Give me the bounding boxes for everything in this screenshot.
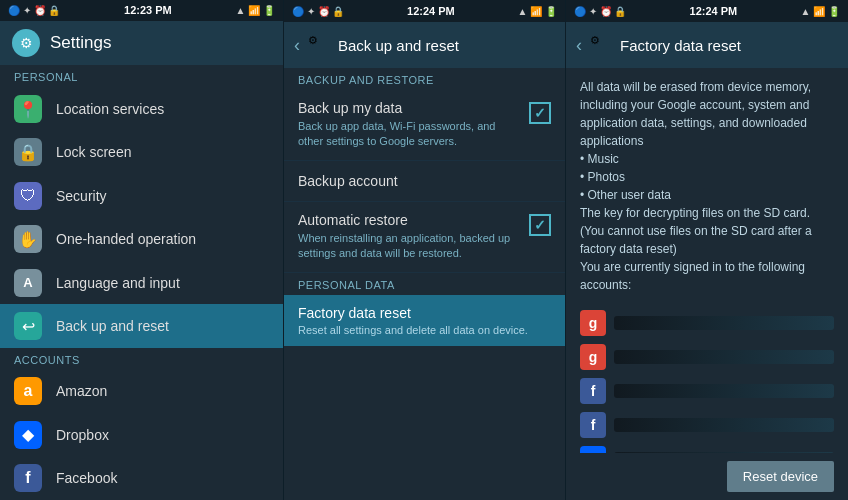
status-icons-right: ▲ 📶 🔋	[236, 5, 275, 16]
security-label: Security	[56, 188, 107, 204]
status-icons-right-left: 🔵 ✦ ⏰ 🔒	[574, 6, 626, 17]
auto-restore-subtitle: When reinstalling an application, backed…	[298, 231, 521, 262]
account-email-3	[614, 384, 834, 398]
facebook-icon: f	[14, 464, 42, 492]
right-panel: 🔵 ✦ ⏰ 🔒 12:24 PM ▲ 📶 🔋 ‹ ⚙ Factory data …	[566, 0, 848, 500]
backup-data-title: Back up my data	[298, 100, 521, 116]
auto-restore-checkbox[interactable]	[529, 214, 551, 236]
sidebar-item-amazon[interactable]: a Amazon	[0, 370, 283, 413]
accounts-list: g g f f ◆	[580, 306, 834, 453]
one-handed-label: One-handed operation	[56, 231, 196, 247]
personal-data-label: Personal data	[284, 273, 565, 295]
backup-gear-icon: ⚙	[308, 34, 330, 56]
time-left: 12:23 PM	[124, 4, 172, 16]
facebook-icon-1: f	[580, 378, 606, 404]
amazon-label: Amazon	[56, 383, 107, 399]
time-middle: 12:24 PM	[407, 5, 455, 17]
backup-data-checkbox[interactable]	[529, 102, 551, 124]
auto-restore-title: Automatic restore	[298, 212, 521, 228]
status-bar-middle: 🔵 ✦ ⏰ 🔒 12:24 PM ▲ 📶 🔋	[284, 0, 565, 22]
status-bar-right: 🔵 ✦ ⏰ 🔒 12:24 PM ▲ 📶 🔋	[566, 0, 848, 22]
language-icon: A	[14, 269, 42, 297]
sidebar-item-backup[interactable]: ↩ Back up and reset	[0, 304, 283, 347]
status-icons-left: 🔵 ✦ ⏰ 🔒	[8, 5, 60, 16]
location-label: Location services	[56, 101, 164, 117]
location-icon: 📍	[14, 95, 42, 123]
factory-reset-title: Factory data reset	[298, 305, 551, 321]
status-icons-right-right: ▲ 📶 🔋	[801, 6, 840, 17]
sidebar-item-location[interactable]: 📍 Location services	[0, 87, 283, 130]
left-panel-header: ⚙ Settings	[0, 21, 283, 65]
account-item-google-1: g	[580, 306, 834, 340]
sidebar-item-language[interactable]: A Language and input	[0, 261, 283, 304]
factory-reset-content: All data will be erased from device memo…	[566, 68, 848, 453]
factory-gear-icon: ⚙	[590, 34, 612, 56]
settings-title: Settings	[50, 33, 111, 53]
factory-reset-subtitle: Reset all settings and delete all data o…	[298, 324, 551, 336]
backup-data-subtitle: Back up app data, Wi-Fi passwords, and o…	[298, 119, 521, 150]
backup-account-item[interactable]: Backup account	[284, 161, 565, 202]
back-button-middle[interactable]: ‹	[294, 35, 300, 56]
sidebar-item-lock-screen[interactable]: 🔒 Lock screen	[0, 131, 283, 174]
account-email-2	[614, 350, 834, 364]
facebook-icon-2: f	[580, 412, 606, 438]
backup-icon: ↩	[14, 312, 42, 340]
backup-restore-label: Backup and restore	[284, 68, 565, 90]
status-bar-left: 🔵 ✦ ⏰ 🔒 12:23 PM ▲ 📶 🔋	[0, 0, 283, 21]
left-panel: 🔵 ✦ ⏰ 🔒 12:23 PM ▲ 📶 🔋 ⚙ Settings Person…	[0, 0, 284, 500]
automatic-restore-item[interactable]: Automatic restore When reinstalling an a…	[284, 202, 565, 273]
middle-panel: 🔵 ✦ ⏰ 🔒 12:24 PM ▲ 📶 🔋 ‹ ⚙ Back up and r…	[284, 0, 566, 500]
google-icon-1: g	[580, 310, 606, 336]
dropbox-icon: ◆	[14, 421, 42, 449]
lock-screen-label: Lock screen	[56, 144, 131, 160]
backup-reset-title: Back up and reset	[338, 37, 459, 54]
sidebar-item-security[interactable]: 🛡 Security	[0, 174, 283, 217]
sidebar-item-dropbox[interactable]: ◆ Dropbox	[0, 413, 283, 456]
facebook-label: Facebook	[56, 470, 117, 486]
status-icons-mid-left: 🔵 ✦ ⏰ 🔒	[292, 6, 344, 17]
factory-reset-page-title: Factory data reset	[620, 37, 741, 54]
settings-gear-icon: ⚙	[12, 29, 40, 57]
amazon-icon: a	[14, 377, 42, 405]
account-email-1	[614, 316, 834, 330]
google-icon-2: g	[580, 344, 606, 370]
factory-reset-item[interactable]: Factory data reset Reset all settings an…	[284, 295, 565, 346]
status-icons-mid-right: ▲ 📶 🔋	[518, 6, 557, 17]
dropbox-icon-right: ◆	[580, 446, 606, 453]
security-icon: 🛡	[14, 182, 42, 210]
account-item-facebook-1: f	[580, 374, 834, 408]
factory-reset-description: All data will be erased from device memo…	[580, 78, 834, 294]
account-item-facebook-2: f	[580, 408, 834, 442]
backup-account-title: Backup account	[298, 173, 551, 189]
account-item-dropbox: ◆	[580, 442, 834, 453]
personal-section-label: Personal	[0, 65, 283, 87]
language-label: Language and input	[56, 275, 180, 291]
reset-button-container: Reset device	[566, 453, 848, 500]
account-email-4	[614, 418, 834, 432]
dropbox-label: Dropbox	[56, 427, 109, 443]
account-item-google-2: g	[580, 340, 834, 374]
reset-device-button[interactable]: Reset device	[727, 461, 834, 492]
time-right: 12:24 PM	[690, 5, 738, 17]
right-panel-header: ‹ ⚙ Factory data reset	[566, 22, 848, 68]
one-handed-icon: ✋	[14, 225, 42, 253]
backup-label: Back up and reset	[56, 318, 169, 334]
sidebar-item-facebook[interactable]: f Facebook	[0, 457, 283, 500]
backup-my-data-item[interactable]: Back up my data Back up app data, Wi-Fi …	[284, 90, 565, 161]
lock-icon: 🔒	[14, 138, 42, 166]
back-button-right[interactable]: ‹	[576, 35, 582, 56]
middle-panel-header: ‹ ⚙ Back up and reset	[284, 22, 565, 68]
sidebar-item-one-handed[interactable]: ✋ One-handed operation	[0, 218, 283, 261]
signal-icons: ▲ 📶 🔋	[236, 5, 275, 16]
accounts-section-label: Accounts	[0, 348, 283, 370]
notification-icons: 🔵 ✦ ⏰ 🔒	[8, 5, 60, 16]
